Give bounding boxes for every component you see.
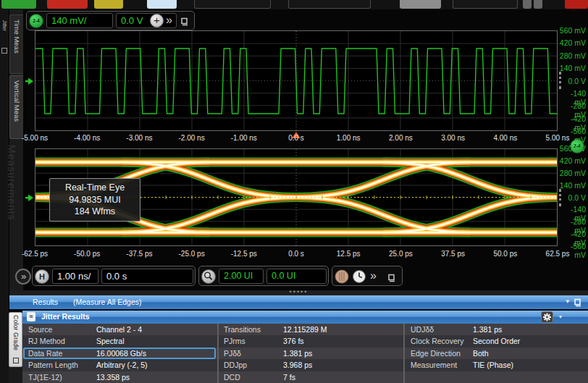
results-table: SourceChannel 2 - 4RJ MethodSpectralData…: [22, 324, 588, 383]
result-label: DCD: [224, 371, 240, 383]
result-label: Source: [28, 324, 52, 335]
measurements-watermark: Measurements: [6, 145, 17, 287]
result-value: Second Order: [473, 335, 520, 347]
result-label: Measurement: [411, 359, 457, 371]
horizontal-badge[interactable]: H: [35, 269, 49, 284]
y-axis-label: 560 mV: [558, 144, 586, 153]
toolbar-fragment: [565, 0, 588, 9]
result-label: Pattern Length: [28, 359, 78, 371]
settings-gear-icon[interactable]: [541, 311, 553, 323]
undock-icon[interactable]: [387, 272, 396, 285]
x-axis-label: -37.5 ps: [116, 250, 162, 258]
result-value: 12.115289 M: [283, 324, 327, 335]
expand-toolbar-button[interactable]: »: [15, 269, 31, 285]
toolbar-fragment: [94, 0, 123, 9]
undock-icon[interactable]: [574, 298, 582, 308]
jitter-results-title: Jitter Results: [41, 312, 90, 321]
y-axis-label: 560 mV: [558, 26, 586, 35]
y-axis-label: 140 mV: [558, 181, 586, 190]
result-label: UDJδδ: [411, 324, 434, 335]
jitter-panel-tab[interactable]: Jitter: [0, 20, 9, 58]
column-divider: [403, 324, 405, 383]
tab-label: Vertical Meas: [13, 80, 21, 122]
x-axis-label: -1.00 ns: [221, 134, 267, 142]
toolbar-fragment: [47, 0, 88, 9]
jitter-tab-label: Jitter: [2, 20, 7, 31]
result-value: 13.358 ps: [96, 371, 130, 383]
collapse-icon[interactable]: ▾: [566, 298, 569, 305]
tab-vertical-meas[interactable]: Vertical Meas: [9, 75, 23, 139]
x-axis-label: 25.0 ps: [377, 250, 424, 258]
result-value: Channel 2 - 4: [96, 324, 142, 335]
result-label: Edge Direction: [411, 348, 461, 359]
x-axis-label: -12.5 ps: [221, 250, 267, 258]
x-axis-label: -3.00 ns: [116, 134, 162, 142]
toolbar-fragment: [523, 0, 532, 9]
panel-splitter[interactable]: •••••: [9, 290, 588, 295]
result-value: 1.381 ps: [473, 324, 502, 335]
toolbar-fragment: [288, 0, 371, 9]
add-waveform-button[interactable]: +: [150, 14, 164, 28]
y-axis-label: 0.0 V: [558, 77, 586, 85]
result-value: TIE (Phase): [473, 359, 513, 371]
splitter-grip: •••••: [290, 288, 308, 295]
eye-timebase-toolbar: 2.00 UI 0.0 UI: [198, 266, 329, 286]
tab-label: Color Grade: [12, 315, 20, 350]
x-axis-label: 0.0 s: [273, 250, 319, 258]
time-scale-field[interactable]: 1.00 ns/: [52, 269, 98, 284]
selected-row-outline[interactable]: [23, 348, 216, 359]
x-axis-label: -50.0 ps: [64, 250, 110, 258]
result-value: 376 fs: [283, 335, 304, 347]
ui-position-field[interactable]: 0.0 UI: [266, 269, 327, 284]
y-axis-label: 280 mV: [558, 169, 586, 177]
toolbar-fragment: [453, 0, 518, 9]
vertical-scale-field[interactable]: 140 mV/: [46, 13, 113, 28]
tab-time-meas[interactable]: Time Meas: [9, 14, 23, 74]
window-icon: [1, 48, 7, 54]
results-subtitle: (Measure All Edges): [73, 298, 142, 306]
x-axis-label: -25.0 ps: [169, 250, 215, 258]
result-value: 3.968 ps: [283, 359, 312, 371]
time-position-field[interactable]: 0.0 s: [101, 269, 193, 284]
result-value: Arbitrary (-2, 5): [96, 359, 148, 371]
waveform-display[interactable]: [35, 30, 558, 131]
x-axis-label: 2.00 ns: [377, 134, 424, 142]
acquisition-buttons: »: [332, 266, 403, 286]
tab-color-grade[interactable]: Color Grade: [9, 312, 22, 367]
eye-annotation-mui: 94.9835 MUI: [51, 194, 138, 206]
x-axis-label: 3.00 ns: [430, 134, 476, 142]
x-axis-label: -4.00 ns: [64, 134, 110, 142]
zoom-badge-icon[interactable]: [201, 269, 216, 284]
trigger-marker-icon[interactable]: [25, 75, 34, 88]
clock-icon[interactable]: [352, 269, 366, 287]
window-icon: [13, 358, 19, 363]
eye-annotation-wfms: 184 Wfms: [51, 206, 138, 218]
expand-chevrons-icon[interactable]: »: [166, 13, 172, 28]
trigger-marker-icon[interactable]: [25, 192, 34, 205]
horizontal-toolbar: H 1.00 ns/ 0.0 s: [32, 266, 196, 286]
oscilloscope-window: Jitter Time Meas Vertical Meas Measureme…: [0, 0, 588, 383]
results-header[interactable]: Results (Measure All Edges) ▾: [9, 295, 588, 309]
expand-chevrons-icon[interactable]: »: [370, 269, 377, 283]
dropdown-icon[interactable]: ▾: [559, 313, 562, 320]
toolbar-fragment: [534, 0, 542, 9]
result-value: Both: [473, 348, 489, 359]
result-label: TJ(1E-12): [28, 371, 62, 383]
result-label: Transitions: [224, 324, 261, 335]
x-axis-label: 4.00 ns: [482, 134, 529, 142]
jitter-results-bar[interactable]: ≈ Jitter Results ▾: [22, 311, 588, 324]
channel-toolbar: 2-4 140 mV/ 0.0 V + »: [26, 11, 195, 30]
y-axis-label: 140 mV: [558, 64, 586, 72]
result-label: DDJpp: [224, 359, 247, 371]
tab-label: Time Meas: [13, 20, 21, 54]
channel-2-4-badge[interactable]: 2-4: [29, 14, 43, 28]
result-value: Spectral: [96, 335, 125, 347]
undock-icon[interactable]: [180, 16, 189, 29]
y-axis-label: 420 mV: [558, 156, 586, 165]
ui-scale-field[interactable]: 2.00 UI: [219, 269, 264, 284]
jitter-icon: ≈: [27, 312, 35, 321]
intensity-knob-icon[interactable]: [335, 269, 349, 287]
results-title: Results: [33, 298, 58, 306]
toolbar-fragment: [400, 0, 441, 9]
x-axis-label: 50.0 ps: [482, 250, 529, 258]
